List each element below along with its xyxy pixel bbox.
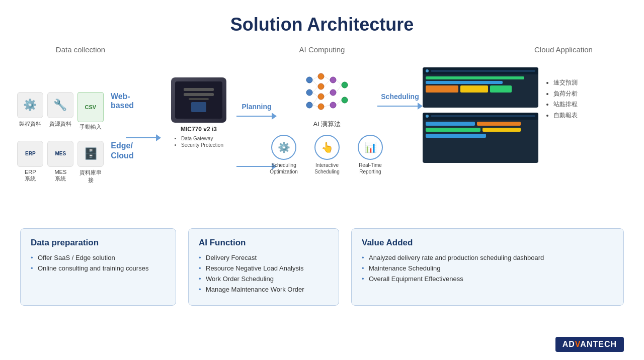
svg-line-27 <box>336 100 342 105</box>
card-value-title: Value Added <box>362 238 613 248</box>
card-data-preparation: Data preparation Offer SaaS / Edge solut… <box>20 228 176 306</box>
cloud-note-2: 負荷分析 <box>553 88 578 100</box>
svg-line-25 <box>336 80 342 85</box>
card-data-title: Data preparation <box>31 238 166 248</box>
logo-highlight: V <box>575 340 580 348</box>
svg-point-13 <box>342 82 348 88</box>
svg-point-5 <box>306 102 312 108</box>
svg-point-10 <box>330 77 336 83</box>
card-data-list: Offer SaaS / Edge solution Online consul… <box>31 254 166 272</box>
csv-icon: CSV <box>77 92 104 122</box>
ai-algorithm-label: AI 演算法 <box>313 120 341 129</box>
bottom-section: Data preparation Offer SaaS / Edge solut… <box>0 218 644 316</box>
csv-icon-wrap: CSV 手動輸入 <box>77 92 104 131</box>
mic-slot-3 <box>189 98 209 100</box>
scheduling-optimization-label: SchedulingOptimization <box>270 162 298 175</box>
erp-icon-box: ERP ERP系統 <box>17 141 43 184</box>
svg-line-23 <box>324 93 330 97</box>
card-ai-item-1: Delivery Forecast <box>199 254 329 261</box>
svg-line-22 <box>324 80 330 86</box>
s-bar-4 <box>460 85 488 93</box>
card-value-item-2: Maintenance Scheduling <box>362 264 613 272</box>
page-title: Solution Architecture <box>0 0 644 44</box>
advantech-logo: ADVANTECH <box>555 337 624 352</box>
mic-bullet-2: Security Protection <box>181 142 223 148</box>
cloud-column: 達交預測 負荷分析 站點排程 自動報表 <box>423 67 619 163</box>
card-ai-function: AI Function Delivery Forecast Resource N… <box>188 228 339 306</box>
s-grid-bars <box>426 122 535 138</box>
resource-data-icon: 🔧 <box>47 92 73 118</box>
card-ai-title: AI Function <box>199 238 329 248</box>
phase-arrow-1 <box>136 44 267 54</box>
s-grid-2 <box>477 122 521 126</box>
mic-label: MIC770 v2 i3 <box>181 126 217 133</box>
realtime-reporting-icon: 📊 <box>358 135 383 160</box>
realtime-reporting-label: Real-TimeReporting <box>359 162 382 175</box>
process-data-label: 製程資料 <box>19 120 41 128</box>
mic-column: MIC770 v2 i3 Data Gateway Security Prote… <box>161 77 236 149</box>
svg-line-19 <box>312 97 318 105</box>
phase-cloud-application: Cloud Application <box>513 45 614 54</box>
s-grid-4 <box>482 128 521 132</box>
interactive-scheduling-label: InteractiveScheduling <box>314 162 339 175</box>
arrow-planning: Planning <box>236 103 277 120</box>
cloud-notes-area: 達交預測 負荷分析 站點排程 自動報表 <box>546 77 578 121</box>
svg-line-26 <box>336 85 342 93</box>
card-ai-item-2: Resource Negative Load Analysis <box>199 264 329 272</box>
phase-ai-computing: AI Computing <box>272 45 372 54</box>
svg-point-9 <box>318 104 324 110</box>
cloud-note-3: 站點排程 <box>553 99 578 110</box>
svg-point-14 <box>342 97 348 103</box>
mic-component <box>191 102 206 112</box>
arrow-scheduling: Scheduling <box>377 93 423 110</box>
cloud-notes-list: 達交預測 負荷分析 站點排程 自動報表 <box>546 77 578 121</box>
card-value-added: Value Added Analyzed delivery rate and p… <box>351 228 624 306</box>
db-icon: 🗄️ <box>77 141 104 167</box>
process-data-icon: ⚙️ <box>17 92 43 118</box>
realtime-reporting: 📊 Real-TimeReporting <box>353 135 388 175</box>
edge-cloud-label: Edge/Cloud <box>111 141 133 162</box>
svg-line-18 <box>312 93 318 97</box>
s-dot-1 <box>426 69 429 72</box>
interactive-scheduling-icon: 👆 <box>314 135 340 160</box>
phase-data-collection: Data collection <box>30 45 131 54</box>
neural-network-icon <box>302 67 352 118</box>
screenshot-2-header <box>423 113 538 120</box>
screenshot-1-body <box>423 74 538 95</box>
phase-labels-bar: Data collection AI Computing Cloud Appli… <box>0 44 644 54</box>
arrow-data-to-mic <box>126 134 161 141</box>
scheduling-optimization: ⚙️ SchedulingOptimization <box>266 135 301 175</box>
svg-point-8 <box>318 94 324 100</box>
svg-line-24 <box>324 105 330 107</box>
db-icon-box: 🗄️ 資料庫串接 <box>77 141 104 184</box>
data-collection-col: ⚙️ 製程資料 🔧 資源資料 CSV 手動輸入 Web-based <box>20 62 131 213</box>
cloud-screenshots <box>423 67 538 163</box>
svg-point-12 <box>330 102 336 108</box>
s-grid-3 <box>426 128 480 132</box>
mes-icon-box: MES MES系統 <box>47 141 73 184</box>
s-header-bar-2 <box>431 115 535 117</box>
card-ai-item-4: Manage Maintenance Work Order <box>199 286 329 293</box>
s-bar-3 <box>426 85 458 93</box>
svg-point-11 <box>330 89 336 96</box>
phase-arrow-2 <box>377 44 508 54</box>
scheduling-optimization-icon: ⚙️ <box>271 135 296 160</box>
card-value-item-1: Analyzed delivery rate and production sc… <box>362 254 613 261</box>
mes-icon: MES <box>47 141 73 167</box>
svg-line-21 <box>324 76 330 80</box>
mic-image-inner <box>184 88 214 112</box>
mic-bullet-1: Data Gateway <box>181 136 223 141</box>
logo-prefix: AD <box>562 340 575 348</box>
screenshot-1-header <box>423 67 538 74</box>
interactive-scheduling: 👆 InteractiveScheduling <box>309 135 345 175</box>
ai-column: AI 演算法 ⚙️ SchedulingOptimization 👆 Inter… <box>277 67 377 175</box>
db-connect-label: 資料庫串接 <box>77 169 104 184</box>
card-value-item-3: Overall Equipment Effectiveness <box>362 275 613 283</box>
svg-point-6 <box>318 73 324 79</box>
svg-point-4 <box>306 89 312 96</box>
svg-point-7 <box>318 83 324 89</box>
s-grid-1 <box>426 122 475 126</box>
card-ai-list: Delivery Forecast Resource Negative Load… <box>199 254 329 293</box>
web-based-label: Web-based <box>111 92 134 110</box>
mic-slot-2 <box>184 93 214 96</box>
